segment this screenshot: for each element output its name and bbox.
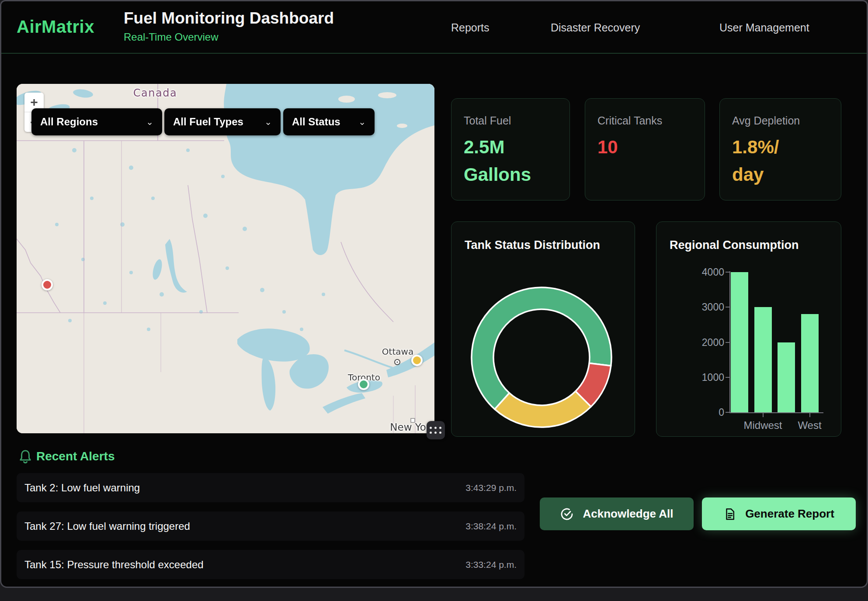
x-tick-mark <box>763 413 764 417</box>
y-tick-label: 0 <box>672 407 724 418</box>
kpi-critical-tanks: Critical Tanks 10 <box>585 98 705 200</box>
filter-regions-value: All Regions <box>40 116 98 128</box>
bar-3 <box>801 314 819 412</box>
filter-status-select[interactable]: All Status ⌄ <box>283 108 375 135</box>
alert-timestamp: 3:38:24 p.m. <box>465 521 517 532</box>
tank-status-donut-chart <box>451 222 635 437</box>
acknowledge-all-button[interactable]: Acknowledge All <box>540 497 694 530</box>
y-tick-label: 4000 <box>672 266 724 278</box>
nav-reports[interactable]: Reports <box>451 21 490 34</box>
filter-status-value: All Status <box>292 116 340 128</box>
kpi-value: 2.5MGallons <box>464 133 557 188</box>
tank-status-panel: Tank Status Distribution <box>451 221 635 437</box>
y-tick-mark <box>726 342 729 343</box>
kpi-avg-depletion: Avg Depletion 1.8%/day <box>719 98 841 200</box>
chevron-down-icon: ⌄ <box>135 117 153 127</box>
bell-icon <box>18 449 33 465</box>
y-tick-label: 2000 <box>672 336 724 348</box>
kpi-label: Total Fuel <box>464 114 557 127</box>
circle-check-icon <box>560 507 574 521</box>
generate-report-button[interactable]: Generate Report <box>702 497 856 530</box>
bar-1 <box>754 307 772 412</box>
tank-marker-critical[interactable] <box>42 279 53 290</box>
map-label-ottawa: Ottawa <box>382 346 413 357</box>
alerts-section-title: Recent Alerts <box>36 449 115 463</box>
kpi-total-fuel: Total Fuel 2.5MGallons <box>451 98 570 200</box>
y-tick-mark <box>726 412 729 413</box>
brand-logo: AirMatrix <box>17 17 94 37</box>
page-title: Fuel Monitoring Dashboard <box>124 9 334 28</box>
regional-consumption-bar-chart: 01000200030004000MidwestWest <box>656 222 841 436</box>
nav-user-management[interactable]: User Management <box>719 21 809 34</box>
x-tick-label: West <box>798 419 821 432</box>
bar-0 <box>731 272 748 412</box>
y-tick-mark <box>726 272 729 273</box>
kpi-label: Critical Tanks <box>597 114 692 127</box>
acknowledge-all-label: Acknowledge All <box>583 507 673 521</box>
filter-fuel-types-select[interactable]: All Fuel Types ⌄ <box>164 108 281 135</box>
top-bar: AirMatrix Fuel Monitoring Dashboard Real… <box>1 1 867 54</box>
map-label-canada: Canada <box>133 87 177 99</box>
chevron-down-icon: ⌄ <box>348 117 366 127</box>
regional-consumption-panel: Regional Consumption 01000200030004000Mi… <box>656 221 841 437</box>
kpi-value: 10 <box>597 133 692 161</box>
document-icon <box>723 508 736 521</box>
y-tick-label: 1000 <box>672 371 724 383</box>
map-panel: Canada Ottawa Toronto New York + − All R… <box>17 84 434 433</box>
page-subtitle: Real-Time Overview <box>124 31 334 43</box>
filter-fuel-types-value: All Fuel Types <box>173 116 243 128</box>
nav-disaster-recovery[interactable]: Disaster Recovery <box>551 21 640 34</box>
kpi-label: Avg Depletion <box>732 114 829 127</box>
tank-marker-normal[interactable] <box>358 379 369 390</box>
alert-row: Tank 27: Low fuel warning triggered 3:38… <box>17 511 524 541</box>
alert-timestamp: 3:43:29 p.m. <box>465 483 517 493</box>
alert-message: Tank 2: Low fuel warning <box>24 482 140 494</box>
drag-handle-icon[interactable] <box>427 421 445 439</box>
x-tick-label: Midwest <box>743 419 782 432</box>
bar-2 <box>778 342 795 413</box>
y-tick-mark <box>726 307 729 307</box>
chevron-down-icon: ⌄ <box>254 117 272 127</box>
alert-row: Tank 15: Pressure threshold exceeded 3:3… <box>17 550 524 579</box>
alert-message: Tank 27: Low fuel warning triggered <box>24 520 190 532</box>
x-tick-mark <box>809 413 810 417</box>
tank-marker-warning[interactable] <box>411 355 423 366</box>
donut-segment-warning <box>495 391 591 427</box>
kpi-value: 1.8%/day <box>732 133 829 188</box>
alert-row: Tank 2: Low fuel warning 3:43:29 p.m. <box>17 473 524 502</box>
alert-message: Tank 15: Pressure threshold exceeded <box>24 559 204 571</box>
generate-report-label: Generate Report <box>745 507 834 521</box>
title-block: Fuel Monitoring Dashboard Real-Time Over… <box>124 9 334 43</box>
alert-timestamp: 3:33:24 p.m. <box>465 560 517 570</box>
city-dot-ottawa <box>395 359 400 365</box>
y-tick-label: 3000 <box>672 301 724 313</box>
y-tick-mark <box>726 377 729 378</box>
y-axis-line <box>729 271 730 412</box>
dashboard-root: AirMatrix Fuel Monitoring Dashboard Real… <box>0 0 868 588</box>
filter-regions-select[interactable]: All Regions ⌄ <box>31 108 162 135</box>
